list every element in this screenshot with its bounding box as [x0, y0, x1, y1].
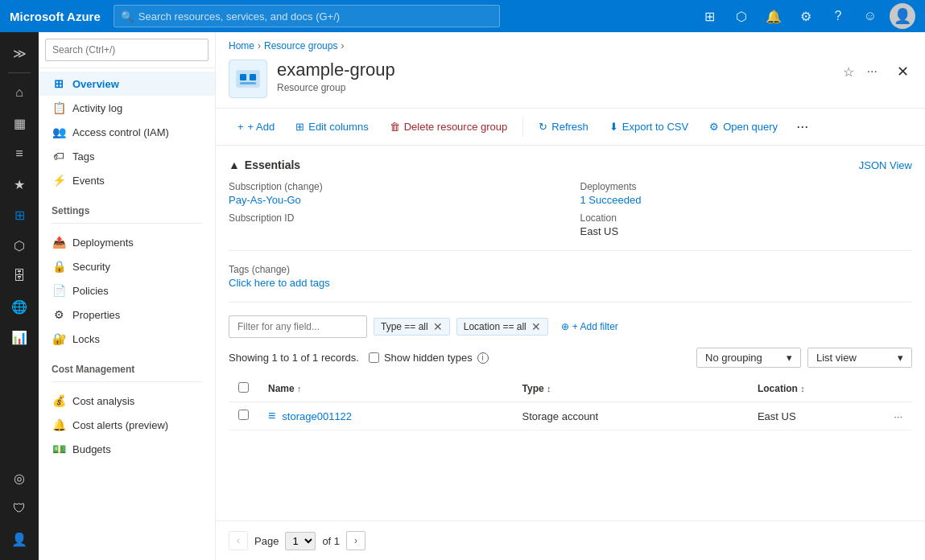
sidebar-events-label: Events — [72, 175, 105, 187]
table-header-checkbox-col — [229, 376, 258, 402]
sql-icon[interactable]: 🗄 — [3, 261, 35, 290]
close-button[interactable]: ✕ — [894, 60, 912, 84]
sidebar-item-iam[interactable]: 👥 Access control (IAM) — [39, 120, 215, 144]
user-icon[interactable]: 👤 — [3, 525, 35, 554]
tags-link[interactable]: Click here to add tags — [229, 277, 330, 289]
topbar-icons: ⊞ ⬡ 🔔 ⚙ ? ☺ 👤 — [696, 3, 915, 29]
sidebar-item-overview[interactable]: ⊞ Overview — [39, 72, 215, 96]
open-query-button[interactable]: ⚙ Open query — [700, 116, 787, 138]
global-search[interactable]: 🔍 Search resources, services, and docs (… — [114, 5, 500, 27]
sidebar-item-cost-analysis[interactable]: 💰 Cost analysis — [39, 389, 215, 413]
delete-label: Delete resource group — [404, 121, 508, 133]
more-options-icon[interactable]: ··· — [864, 61, 881, 82]
essentials-title[interactable]: ▲ Essentials — [229, 159, 300, 171]
sidebar-item-policies[interactable]: 📄 Policies — [39, 278, 215, 303]
refresh-button[interactable]: ↻ Refresh — [530, 116, 597, 138]
table-header-type[interactable]: Type ↕ — [513, 376, 748, 402]
sidebar-item-budgets[interactable]: 💵 Budgets — [39, 437, 215, 461]
storage-resource-link[interactable]: ≡ storage001122 — [268, 409, 503, 423]
row-type-cell: Storage account — [513, 402, 748, 430]
pin-icon[interactable]: ☆ — [840, 61, 857, 83]
table-header-location[interactable]: Location ↕ — [748, 376, 912, 402]
sidebar: ⊞ Overview 📋 Activity log 👥 Access contr… — [39, 32, 216, 560]
type-filter-tag: Type == all ✕ — [374, 318, 450, 336]
svg-rect-2 — [250, 74, 256, 80]
sidebar-security-label: Security — [72, 261, 110, 273]
deployments-value[interactable]: 1 Succeeded — [580, 194, 913, 206]
show-hidden-checkbox[interactable] — [369, 352, 379, 363]
records-count: Showing 1 to 1 of 1 records. — [229, 352, 359, 364]
table-header-name[interactable]: Name ↑ — [258, 376, 513, 402]
essentials-collapse-icon: ▲ — [229, 159, 240, 171]
breadcrumb-sep-1: › — [258, 40, 261, 51]
type-filter-remove[interactable]: ✕ — [433, 320, 443, 333]
help-icon[interactable]: ? — [825, 3, 851, 29]
cost-analysis-icon: 💰 — [52, 394, 66, 407]
row-type-value: Storage account — [522, 410, 599, 422]
sidebar-locks-label: Locks — [72, 333, 100, 345]
add-filter-button[interactable]: ⊕ + Add filter — [555, 319, 625, 334]
resources-icon[interactable]: ⊞ — [3, 200, 35, 229]
grouping-label: No grouping — [705, 352, 762, 364]
sidebar-cost-analysis-label: Cost analysis — [72, 395, 134, 407]
cost-section-header: Cost Management — [39, 354, 215, 378]
page-next-button[interactable]: › — [346, 531, 365, 550]
dashboard-icon[interactable]: ▦ — [3, 109, 35, 138]
breadcrumb-resource-groups[interactable]: Resource groups — [264, 40, 337, 51]
breadcrumb: Home › Resource groups › — [216, 32, 925, 56]
portal-icon[interactable]: ⬡ — [729, 3, 754, 29]
favorites-icon[interactable]: ★ — [3, 170, 35, 199]
breadcrumb-home[interactable]: Home — [229, 40, 254, 51]
page-select[interactable]: 1 — [285, 532, 316, 550]
add-button[interactable]: + + Add — [229, 116, 283, 138]
sidebar-search-input[interactable] — [45, 39, 209, 61]
export-button[interactable]: ⬇ Export to CSV — [601, 116, 697, 138]
view-dropdown[interactable]: List view ▾ — [807, 348, 912, 368]
edit-columns-button[interactable]: ⊞ Edit columns — [287, 116, 377, 138]
activity-icon[interactable]: ≡ — [3, 139, 35, 168]
location-filter-remove[interactable]: ✕ — [531, 320, 541, 333]
delete-button[interactable]: 🗑 Delete resource group — [381, 116, 517, 138]
topbar: Microsoft Azure 🔍 Search resources, serv… — [0, 0, 925, 32]
table-header-row: Name ↑ Type ↕ Location ↕ — [229, 376, 912, 402]
avatar[interactable]: 👤 — [890, 3, 915, 29]
json-view-link[interactable]: JSON View — [859, 159, 912, 171]
location-filter-tag: Location == all ✕ — [456, 318, 548, 336]
sidebar-item-tags[interactable]: 🏷 Tags — [39, 144, 215, 168]
events-icon: ⚡ — [52, 174, 66, 187]
filter-input[interactable] — [229, 315, 367, 338]
show-hidden-types: Show hidden types i — [369, 352, 489, 364]
bell-icon[interactable]: 🔔 — [761, 3, 787, 29]
subscription-value[interactable]: Pay-As-You-Go — [229, 194, 561, 206]
iam-icon: 👥 — [52, 126, 66, 138]
edit-columns-label: Edit columns — [308, 121, 368, 133]
subscription-id-field: Subscription ID — [229, 212, 561, 225]
sidebar-item-events[interactable]: ⚡ Events — [39, 168, 215, 192]
page-label: Page — [254, 535, 279, 547]
sidebar-item-security[interactable]: 🔒 Security — [39, 254, 215, 278]
subscription-field: Subscription (change) Pay-As-You-Go — [229, 181, 561, 206]
feedback-icon[interactable]: ☺ — [857, 3, 883, 29]
grouping-dropdown[interactable]: No grouping ▾ — [696, 348, 801, 368]
sidebar-item-locks[interactable]: 🔐 Locks — [39, 327, 215, 351]
gear-icon[interactable]: ⚙ — [793, 3, 819, 29]
home-icon[interactable]: ⌂ — [3, 78, 35, 107]
row-more-icon[interactable]: ··· — [894, 410, 902, 422]
grid-icon[interactable]: ⊞ — [696, 3, 722, 29]
subscriptions-icon[interactable]: ◎ — [3, 463, 35, 492]
monitor-icon[interactable]: 📊 — [3, 323, 35, 352]
sidebar-item-cost-alerts[interactable]: 🔔 Cost alerts (preview) — [39, 413, 215, 437]
sidebar-item-deployments[interactable]: 📤 Deployments — [39, 230, 215, 254]
sidebar-item-activity-log[interactable]: 📋 Activity log — [39, 96, 215, 120]
resource-groups-icon[interactable]: ⬡ — [3, 231, 35, 260]
collapse-icon[interactable]: ≫ — [3, 39, 35, 68]
page-prev-button[interactable]: ‹ — [229, 531, 248, 550]
row-checkbox[interactable] — [238, 410, 249, 420]
toolbar-more-icon[interactable]: ··· — [790, 115, 815, 138]
networks-icon[interactable]: 🌐 — [3, 292, 35, 321]
view-chevron-icon: ▾ — [898, 352, 903, 364]
security-icon[interactable]: 🛡 — [3, 494, 35, 523]
sidebar-item-properties[interactable]: ⚙ Properties — [39, 303, 215, 327]
sidebar-iam-label: Access control (IAM) — [72, 126, 169, 138]
select-all-checkbox[interactable] — [238, 382, 249, 393]
